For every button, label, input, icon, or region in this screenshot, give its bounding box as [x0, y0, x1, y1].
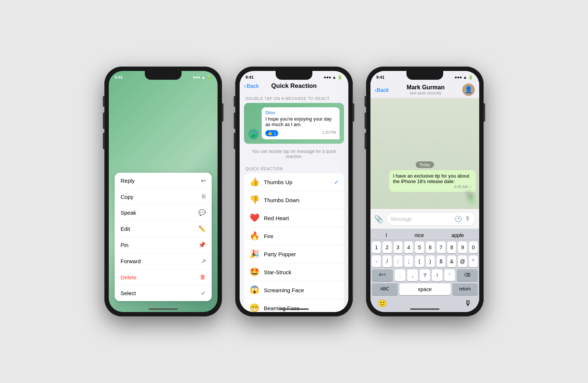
chat-name: Mark Gurman: [392, 84, 459, 91]
menu-reply[interactable]: Reply ↩: [115, 173, 212, 189]
key-rows: 1 2 3 4 5 6 7 8 9 0 - / : ; ( ): [372, 241, 478, 295]
key-dash[interactable]: -: [372, 255, 381, 267]
message-1: I have an exclusive tip for you about th…: [389, 170, 476, 192]
number-row: 1 2 3 4 5 6 7 8 9 0: [372, 241, 478, 253]
key-abc[interactable]: ABC: [372, 283, 398, 295]
screaming-emoji: 😱: [249, 285, 259, 295]
attach-icon[interactable]: 📎: [374, 215, 383, 223]
menu-delete[interactable]: Delete 🗑: [115, 269, 212, 285]
reply-icon: ↩: [201, 177, 206, 184]
key-8[interactable]: 8: [447, 241, 456, 253]
home-indicator: [148, 308, 178, 310]
reaction-item-starstruck[interactable]: 🤩 Star-Struck: [244, 263, 344, 281]
volume-up-button-2: [234, 112, 235, 129]
key-question[interactable]: ?: [420, 269, 430, 281]
reaction-item-screaming[interactable]: 😱 Screaming Face: [244, 281, 344, 299]
key-quote[interactable]: ": [469, 255, 478, 267]
preview-time: 1:20 PM: [322, 130, 336, 135]
key-hashplus[interactable]: #+=: [372, 269, 393, 281]
emoji-keyboard-button[interactable]: 🙂: [375, 297, 390, 309]
nav-bar-2: ‹ Back Quick Reaction: [240, 81, 348, 92]
screaming-label: Screaming Face: [264, 287, 339, 293]
redheart-emoji: ❤️: [249, 213, 259, 223]
key-dollar[interactable]: $: [437, 255, 445, 267]
reaction-item-beaming[interactable]: 😁 Beaming Face: [244, 299, 344, 312]
suggestion-3[interactable]: apple: [451, 232, 464, 238]
message-1-time: 8:40 AM ✓: [393, 185, 472, 189]
reaction-item-party[interactable]: 🎉 Party Popper: [244, 245, 344, 263]
chat-avatar[interactable]: 👤: [462, 83, 475, 96]
beaming-label: Beaming Face: [264, 305, 339, 311]
back-button-2[interactable]: ‹ Back: [244, 83, 259, 89]
key-space[interactable]: space: [399, 283, 451, 295]
key-exclaim[interactable]: !: [432, 269, 442, 281]
menu-speak-label: Speak: [121, 210, 136, 216]
key-2[interactable]: 2: [383, 241, 391, 253]
preview-card: Dino I hope you're enjoying your day as …: [244, 103, 344, 144]
key-period[interactable]: .: [395, 269, 405, 281]
fire-label: Fire: [264, 233, 339, 239]
menu-select[interactable]: Select ✓: [115, 285, 212, 301]
notch-2: [276, 71, 312, 80]
key-semicolon[interactable]: ;: [404, 255, 413, 267]
forward-icon: ↗: [201, 258, 206, 265]
message-input[interactable]: Message 🕐 🎙: [386, 212, 476, 226]
delete-icon: 🗑: [200, 274, 206, 280]
clock-icon[interactable]: 🕐: [455, 215, 462, 222]
reaction-item-thumbsdown[interactable]: 👎 Thumbs Down: [244, 191, 344, 209]
home-indicator-3: [410, 308, 440, 310]
key-0[interactable]: 0: [469, 241, 478, 253]
reaction-item-fire[interactable]: 🔥 Fire: [244, 227, 344, 245]
preview-text: I hope you're enjoying your day as much …: [265, 116, 336, 127]
key-6[interactable]: 6: [426, 241, 435, 253]
menu-pin[interactable]: Pin 📌: [115, 237, 212, 253]
key-backspace[interactable]: ⌫: [457, 269, 478, 281]
key-1[interactable]: 1: [372, 241, 381, 253]
menu-speak[interactable]: Speak 💬: [115, 205, 212, 221]
starstruck-label: Star-Struck: [264, 269, 339, 275]
key-7[interactable]: 7: [437, 241, 445, 253]
chat-input-bar: 📎 Message 🕐 🎙: [370, 209, 479, 229]
message-1-text: I have an exclusive tip for you about th…: [393, 173, 469, 184]
chat-back-button[interactable]: ‹ Back: [375, 87, 389, 93]
notch: [145, 71, 182, 80]
mic-icon[interactable]: 🎙: [465, 215, 471, 222]
menu-edit[interactable]: Edit ✏️: [115, 221, 212, 237]
reaction-item-thumbsup[interactable]: 👍 Thumbs Up ✓: [244, 173, 344, 191]
edit-icon: ✏️: [198, 225, 206, 232]
key-ampersand[interactable]: &: [447, 255, 456, 267]
suggestion-2[interactable]: nice: [415, 232, 424, 238]
phone-1-screen: 9:41 ●●● ▲ 🔋 👍 👎 ❤️ 🔥 🎉 🤩 😱 Telegram now…: [109, 71, 218, 312]
key-at[interactable]: @: [458, 255, 467, 267]
page-title-2: Quick Reaction: [271, 82, 317, 90]
section-label-1: DOUBLE TAP ON A MESSAGE TO REACT: [240, 92, 348, 103]
status-icons: ●●● ▲ 🔋: [193, 75, 212, 80]
key-3[interactable]: 3: [394, 241, 402, 253]
menu-copy[interactable]: Copy ⎘: [115, 189, 212, 205]
reaction-item-redheart[interactable]: ❤️ Red Heart: [244, 209, 344, 227]
mic-keyboard-button[interactable]: 🎙: [462, 298, 475, 309]
select-icon: ✓: [201, 290, 206, 297]
key-4[interactable]: 4: [404, 241, 413, 253]
chevron-left-icon: ‹: [244, 83, 246, 89]
key-apostrophe[interactable]: ': [444, 269, 455, 281]
key-return[interactable]: return: [452, 283, 478, 295]
message-2-time: 8:41 AM ✓: [466, 191, 473, 203]
section-label-2: QUICK REACTION: [240, 162, 348, 173]
back-label: Back: [247, 83, 259, 89]
menu-reply-label: Reply: [121, 178, 135, 184]
key-open-paren[interactable]: (: [415, 255, 424, 267]
menu-forward[interactable]: Forward ↗: [115, 253, 212, 269]
time-display: 9:41: [115, 75, 123, 79]
fire-emoji: 🔥: [249, 231, 259, 241]
key-colon[interactable]: :: [394, 255, 402, 267]
status-icons-2: ●●● ▲ 🔋: [324, 75, 343, 80]
key-slash[interactable]: /: [383, 255, 391, 267]
menu-select-label: Select: [121, 290, 136, 296]
key-close-paren[interactable]: ): [426, 255, 435, 267]
key-comma[interactable]: ,: [407, 269, 418, 281]
menu-pin-label: Pin: [121, 242, 129, 248]
key-5[interactable]: 5: [415, 241, 424, 253]
key-9[interactable]: 9: [458, 241, 467, 253]
suggestion-1[interactable]: I: [386, 232, 387, 238]
